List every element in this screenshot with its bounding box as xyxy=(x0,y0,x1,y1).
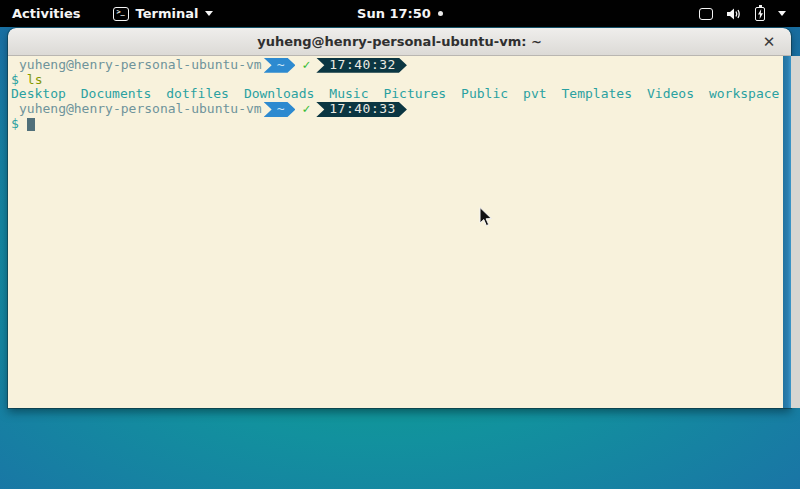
window-title: yuheng@henry-personal-ubuntu-vm: ~ xyxy=(257,34,542,49)
close-icon[interactable]: ✕ xyxy=(758,28,780,56)
prompt-time: 17:40:33 xyxy=(329,102,396,117)
terminal-content[interactable]: yuheng@henry-personal-ubuntu-vm ~ ✓ 17:4… xyxy=(8,56,791,408)
prompt-symbol: $ xyxy=(11,73,19,88)
app-menu-terminal[interactable]: >_ Terminal xyxy=(107,0,220,27)
directory-name: dotfiles xyxy=(166,87,229,102)
volume-icon xyxy=(726,7,742,21)
directory-name: Desktop xyxy=(11,87,66,102)
top-bar: Activities >_ Terminal Sun 17:50 xyxy=(0,0,800,27)
directory-name: Templates xyxy=(562,87,632,102)
prompt-symbol: $ xyxy=(11,117,19,132)
directory-name: Documents xyxy=(81,87,151,102)
powerline-path-segment: ~ xyxy=(264,102,296,117)
chevron-down-icon xyxy=(205,11,213,16)
desktop: Activities >_ Terminal Sun 17:50 xyxy=(0,0,800,489)
directory-name: Music xyxy=(329,87,368,102)
system-tray-menu[interactable] xyxy=(693,0,792,27)
typed-command: ls xyxy=(27,73,43,88)
powerline-time-segment: 17:40:32 xyxy=(316,58,407,73)
window-titlebar[interactable]: yuheng@henry-personal-ubuntu-vm: ~ ✕ xyxy=(8,28,791,56)
display-icon xyxy=(699,8,713,20)
prompt-path: ~ xyxy=(277,58,285,73)
prompt-path: ~ xyxy=(277,102,285,117)
prompt-line: yuheng@henry-personal-ubuntu-vm ~ ✓ 17:4… xyxy=(11,102,777,117)
status-check-icon: ✓ xyxy=(302,102,310,117)
chevron-down-icon xyxy=(778,11,786,16)
directory-name: Public xyxy=(461,87,508,102)
terminal-app-icon: >_ xyxy=(113,7,129,21)
directory-name: Videos xyxy=(647,87,694,102)
directory-name: pvt xyxy=(523,87,546,102)
prompt-line: yuheng@henry-personal-ubuntu-vm ~ ✓ 17:4… xyxy=(11,58,777,73)
battery-charging-icon xyxy=(755,7,765,21)
directory-name: workspace xyxy=(709,87,779,102)
terminal-window: yuheng@henry-personal-ubuntu-vm: ~ ✕ yuh… xyxy=(8,28,791,408)
file-list: DesktopDocumentsdotfilesDownloadsMusicPi… xyxy=(11,87,777,102)
status-check-icon: ✓ xyxy=(302,58,310,73)
notification-dot-icon xyxy=(438,11,443,16)
scrollbar-trough[interactable] xyxy=(791,56,800,408)
powerline-path-segment: ~ xyxy=(264,58,296,73)
prompt-user-host: yuheng@henry-personal-ubuntu-vm xyxy=(19,102,262,117)
directory-name: Downloads xyxy=(244,87,314,102)
directory-name: Pictures xyxy=(383,87,446,102)
app-menu-label: Terminal xyxy=(136,6,199,21)
input-line[interactable]: $ xyxy=(11,117,777,132)
command-line: $ ls xyxy=(11,73,777,88)
powerline-time-segment: 17:40:33 xyxy=(316,102,407,117)
prompt-user-host: yuheng@henry-personal-ubuntu-vm xyxy=(19,58,262,73)
scrollbar-handle[interactable] xyxy=(783,56,791,408)
prompt-time: 17:40:32 xyxy=(329,58,396,73)
activities-button[interactable]: Activities xyxy=(0,0,93,27)
clock-label: Sun 17:50 xyxy=(357,6,431,21)
terminal-cursor xyxy=(27,118,35,131)
